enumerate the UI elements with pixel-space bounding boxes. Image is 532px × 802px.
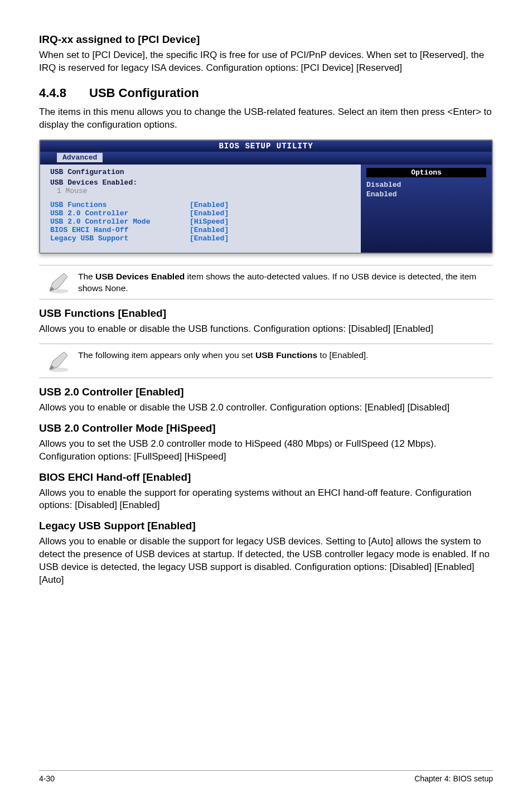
bios-item-value: [Enabled] (190, 201, 229, 209)
note-following-item: The following item appears only when you… (39, 344, 493, 378)
legacy-heading: Legacy USB Support [Enabled] (39, 520, 493, 532)
bios-option-disabled[interactable]: Disabled (366, 181, 486, 190)
section-number: 4.4.8 (39, 86, 89, 100)
usb-functions-heading: USB Functions [Enabled] (39, 307, 493, 320)
bios-devices-enabled: USB Devices Enabled: 1 Mouse (50, 178, 355, 195)
bios-item-value: [Enabled] (190, 234, 229, 243)
pencil-icon (46, 349, 71, 373)
bios-item-value: [Enabled] (190, 209, 229, 218)
bios-item-label: USB Functions (50, 201, 190, 209)
bios-item-label: Legacy USB Support (50, 234, 190, 243)
bios-item-ehci-handoff[interactable]: BIOS EHCI Hand-Off [Enabled] (50, 226, 355, 234)
legacy-body: Allows you to enable or disable the supp… (39, 535, 493, 587)
bios-left-pane: USB Configuration USB Devices Enabled: 1… (40, 165, 361, 253)
usb-functions-body: Allows you to enable or disable the USB … (39, 323, 493, 336)
bios-devices-label: USB Devices Enabled: (50, 178, 137, 187)
bios-tab-bar: Advanced (40, 152, 492, 165)
usb20-controller-body: Allows you to enable or disable the USB … (39, 402, 493, 414)
ehci-body: Allows you to enable the support for ope… (39, 487, 493, 513)
page-footer: 4-30 Chapter 4: BIOS setup (39, 770, 493, 783)
section-title-text: USB Configuration (89, 86, 199, 100)
note-prefix: The (78, 272, 95, 281)
irq-body: When set to [PCI Device], the specific I… (39, 49, 493, 75)
note-text: The following item appears only when you… (78, 349, 493, 361)
ehci-heading: BIOS EHCI Hand-off [Enabled] (39, 471, 493, 484)
note-prefix: The following item appears only when you… (78, 350, 255, 360)
note-bold: USB Devices Enabled (95, 272, 185, 281)
bios-options-header: Options (366, 168, 486, 177)
pencil-icon (46, 270, 71, 294)
bios-item-legacy-usb[interactable]: Legacy USB Support [Enabled] (50, 234, 355, 243)
bios-item-label: BIOS EHCI Hand-Off (50, 226, 190, 234)
note-bold: USB Functions (255, 350, 317, 360)
bios-item-label: USB 2.0 Controller (50, 209, 190, 218)
usb20-mode-heading: USB 2.0 Controller Mode [HiSpeed] (39, 422, 493, 434)
page-number: 4-30 (39, 774, 55, 783)
bios-item-usb20-mode[interactable]: USB 2.0 Controller Mode [HiSpeed] (50, 218, 355, 226)
bios-item-usb-functions[interactable]: USB Functions [Enabled] (50, 201, 355, 209)
usb20-controller-heading: USB 2.0 Controller [Enabled] (39, 386, 493, 398)
bios-item-usb20-controller[interactable]: USB 2.0 Controller [Enabled] (50, 209, 355, 218)
bios-panel: BIOS SETUP UTILITY Advanced USB Configur… (39, 139, 493, 254)
bios-right-pane: Options Disabled Enabled (361, 165, 492, 253)
bios-item-value: [Enabled] (190, 226, 229, 234)
chapter-label: Chapter 4: BIOS setup (414, 774, 493, 783)
section-title: 4.4.8USB Configuration (39, 86, 493, 100)
note-text: The USB Devices Enabled item shows the a… (78, 270, 493, 294)
bios-devices-value: 1 Mouse (50, 187, 88, 195)
bios-item-label: USB 2.0 Controller Mode (50, 218, 190, 226)
bios-option-enabled[interactable]: Enabled (366, 190, 486, 200)
usb-intro: The items in this menu allows you to cha… (39, 106, 493, 132)
bios-panel-title: USB Configuration (50, 168, 355, 176)
note-suffix: to [Enabled]. (317, 350, 368, 360)
note-usb-devices: The USB Devices Enabled item shows the a… (39, 265, 493, 299)
usb20-mode-body: Allows you to set the USB 2.0 controller… (39, 438, 493, 463)
bios-title-bar: BIOS SETUP UTILITY (40, 141, 492, 152)
bios-tab-advanced[interactable]: Advanced (57, 153, 103, 162)
bios-item-value: [HiSpeed] (190, 218, 229, 226)
irq-heading: IRQ-xx assigned to [PCI Device] (39, 33, 493, 46)
